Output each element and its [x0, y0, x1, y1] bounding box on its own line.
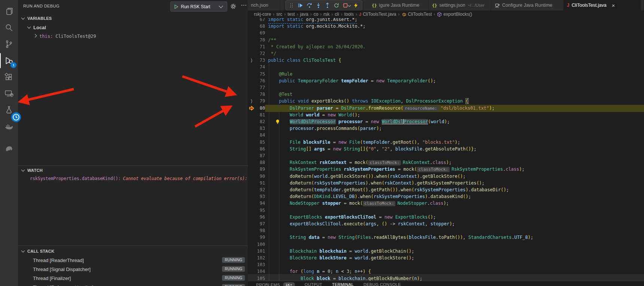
line-number: 74 — [253, 64, 265, 71]
tab-label: nch.json — [251, 3, 268, 8]
launch-config-select[interactable]: Run RSK Start — [170, 1, 227, 12]
breadcrumb-item[interactable]: co — [313, 12, 318, 17]
tab-settings.json[interactable]: {}settings.json~/.../User — [429, 0, 491, 10]
breadcrumb-item[interactable]: exportBlocks() — [437, 12, 472, 17]
code-line-78[interactable]: 78 @Test — [248, 91, 644, 98]
code-line-99[interactable]: 99 String data = new String(Files.readAl… — [248, 234, 644, 241]
code-text: BlockStore blockStore = world.getBlockSt… — [268, 255, 414, 262]
watch-expression-error: Cannot evaluate because of compilation e… — [123, 176, 248, 181]
breadcrumb-item[interactable]: JCliToolsTest.java — [359, 12, 397, 17]
start-debug-icon[interactable] — [174, 4, 179, 9]
activity-item-search[interactable] — [0, 19, 18, 36]
code-line-70[interactable]: 70/** — [248, 37, 644, 44]
watch-section-header[interactable]: WATCH — [18, 166, 248, 174]
gear-icon[interactable] — [230, 3, 236, 9]
code-line-68[interactable]: 68import static org.mockito.Mockito.*; — [248, 23, 644, 30]
more-actions-icon[interactable]: ⋯ — [241, 1, 247, 9]
code-line-77[interactable]: 77 — [248, 84, 644, 91]
code-text: @Rule — [268, 71, 292, 78]
panel-tab-problems[interactable]: PROBLEMS1K+ — [256, 282, 295, 286]
panel-tab-terminal[interactable]: TERMINAL — [332, 282, 354, 286]
code-line-83[interactable]: 83 processor.processCommands(parser); — [248, 125, 644, 132]
call-stack-thread[interactable]: Thread [Reference Handler]RUNNING — [18, 283, 248, 286]
code-line-76[interactable]: 76 public TemporaryFolder tempFolder = n… — [248, 77, 644, 85]
activity-item-extensions[interactable] — [0, 69, 18, 85]
continue-button[interactable] — [296, 1, 305, 10]
code-line-84[interactable]: 84 — [248, 132, 644, 139]
braces-icon: {} — [372, 3, 377, 8]
code-line-97[interactable]: 97 exportBlocksCliTool.execute(args, () … — [248, 220, 644, 228]
code-area[interactable]: 67import static org.junit.Assert.*;68imp… — [248, 0, 644, 286]
code-line-88[interactable]: 88 RskContext rskContext = mock(classToM… — [248, 159, 644, 166]
code-line-102[interactable]: 102 BlockStore blockStore = world.getBlo… — [248, 255, 644, 262]
call-stack-thread[interactable]: Thread [Finalizer]RUNNING — [18, 274, 248, 282]
code-line-72[interactable]: 72 */ — [248, 50, 644, 57]
activity-item-docker[interactable] — [0, 118, 18, 135]
breadcrumb-item[interactable]: cli — [335, 12, 339, 17]
code-line-103[interactable]: 103 — [248, 261, 644, 268]
breadcrumb-item[interactable]: tools — [344, 12, 353, 17]
close-icon[interactable]: × — [612, 3, 615, 8]
activity-item-source-control[interactable] — [0, 36, 18, 52]
tab-peek[interactable]: J — [641, 0, 644, 10]
step-into-button[interactable] — [314, 1, 323, 10]
code-line-91[interactable]: 91 doReturn(rskSystemProperties).when(rs… — [248, 180, 644, 187]
variables-scope-local[interactable]: Local — [18, 23, 248, 31]
breadcrumb-item[interactable]: java — [300, 12, 308, 17]
clock-badge-icon — [11, 112, 17, 118]
code-line-89[interactable]: 89 RskSystemProperties rskSystemProperti… — [248, 166, 644, 173]
thread-label: Thread [Signal Dispatcher] — [33, 267, 91, 272]
code-line-85[interactable]: 85 File blocksFile = new File(tempFolder… — [248, 139, 644, 146]
breadcrumb-item[interactable]: CliToolsTest — [401, 12, 432, 17]
code-line-94[interactable]: 94 NodeStopper stopper = mock(classToMoc… — [248, 200, 644, 207]
activity-item-remote-explorer[interactable] — [0, 85, 18, 102]
activity-item-explorer[interactable] — [0, 3, 18, 19]
variables-section-header[interactable]: VARIABLES — [18, 14, 248, 22]
launch-config-label: Run RSK Start — [181, 4, 210, 9]
code-line-82[interactable]: 82 WorldDslProcessor processor = new Wor… — [248, 118, 644, 125]
activity-item-run-and-debug[interactable]: 1 — [0, 52, 18, 69]
step-out-button[interactable] — [323, 1, 332, 10]
tab-Configure Java Runtime[interactable]: Configure Java Runtime — [491, 0, 564, 10]
code-line-75[interactable]: 75 @Rule — [248, 71, 644, 78]
breadcrumb-item[interactable]: src — [276, 12, 282, 17]
search-icon — [4, 23, 14, 33]
code-line-98[interactable]: 98 — [248, 227, 644, 234]
code-line-79[interactable]: )79 public void exportBlocks() throws IO… — [248, 98, 644, 105]
breadcrumb-item[interactable]: rsk — [323, 12, 329, 17]
breadcrumb-item[interactable]: rskj-core — [254, 12, 271, 17]
code-line-69[interactable]: 69 — [248, 30, 644, 37]
code-line-73[interactable]: )73public class CliToolsTest { — [248, 57, 644, 64]
code-line-93[interactable]: 93 doReturn(DbKind.LEVEL_DB).when(rskSys… — [248, 193, 644, 200]
code-line-101[interactable]: 101 Blockchain blockchain = world.getBlo… — [248, 248, 644, 255]
call-stack-thread[interactable]: Thread [Signal Dispatcher]RUNNING — [18, 265, 248, 273]
code-line-90[interactable]: 90 doReturn(world.getBlockStore()).when(… — [248, 173, 644, 180]
horizontal-scrollbar[interactable] — [248, 274, 644, 281]
breadcrumb-item[interactable]: test — [288, 12, 295, 17]
step-over-button[interactable] — [305, 1, 314, 10]
code-line-86[interactable]: 86 String[] args = new String[]{"0", "2"… — [248, 146, 644, 153]
variable-this[interactable]: this: CliToolsTest@29 — [18, 32, 248, 40]
drag-handle-button[interactable] — [287, 1, 296, 10]
panel-tab-output[interactable]: OUTPUT — [305, 282, 322, 286]
call-stack-thread[interactable]: Thread [ReaderThread]RUNNING — [18, 256, 248, 264]
code-line-87[interactable]: 87 — [248, 152, 644, 159]
hot-code-replace-button[interactable] — [351, 1, 360, 10]
code-line-81[interactable]: 81 World world = new World(); — [248, 112, 644, 119]
restart-button[interactable] — [332, 1, 341, 10]
code-line-71[interactable]: 71 * Created by ajlopez on 26/04/2020. — [248, 43, 644, 51]
panel-tab-debug-console[interactable]: DEBUG CONSOLE — [364, 282, 401, 286]
watch-expression[interactable]: rskSystemProperties.databaseKind(): Cann… — [18, 174, 248, 183]
code-line-95[interactable]: 95 — [248, 207, 644, 214]
tab-nch.json[interactable]: nch.json — [248, 0, 280, 10]
tab-CliToolsTest.java[interactable]: JCliToolsTest.java× — [564, 0, 641, 10]
code-line-74[interactable]: 74 — [248, 64, 644, 71]
code-line-96[interactable]: 96 ExportBlocks exportBlocksCliTool = ne… — [248, 214, 644, 221]
code-line-80[interactable]: 80 DslParser parser = DslParser.fromReso… — [248, 105, 644, 112]
breadcrumb-label: java — [300, 12, 308, 17]
activity-item-testing[interactable] — [0, 102, 18, 118]
activity-item-gradle[interactable] — [0, 140, 18, 156]
code-line-100[interactable]: 100 — [248, 241, 644, 248]
code-line-92[interactable]: 92 doReturn(tempFolder.getRoot().getPath… — [248, 186, 644, 194]
call-stack-section-header[interactable]: CALL STACK — [18, 247, 248, 255]
